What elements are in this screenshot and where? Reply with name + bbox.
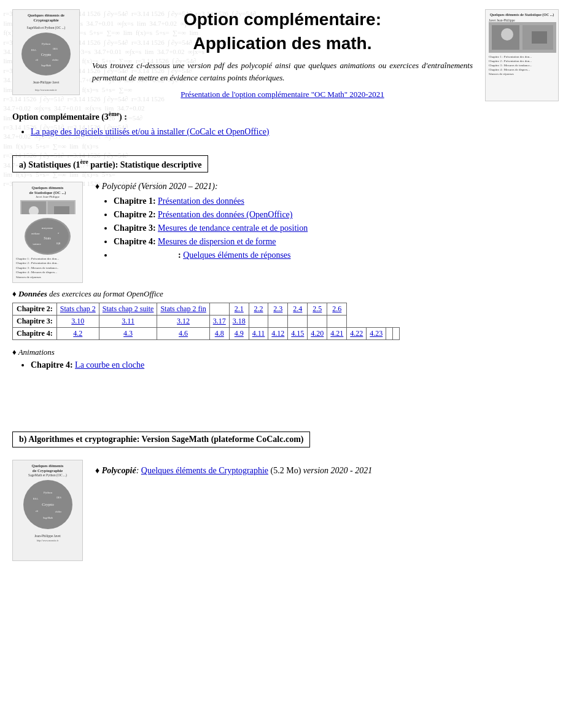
link-317[interactable]: 3.17 [213, 317, 226, 325]
crypto-polycopie-link[interactable]: Quelques éléments de Cryptographie [141, 466, 268, 475]
option-link-list: La page des logiciels utilisés et/ou à i… [12, 127, 559, 137]
link-49[interactable]: 4.9 [235, 329, 244, 338]
section-b-title: b) Algorithmes et cryptographie: Version… [12, 432, 310, 447]
svg-text:clé: clé [36, 58, 39, 61]
chap2-25[interactable]: 2.5 [308, 303, 327, 316]
chap2-26[interactable]: 2.6 [327, 303, 347, 316]
svg-rect-17 [54, 206, 69, 214]
link-22[interactable]: 2.2 [254, 304, 263, 313]
chap4-46[interactable]: 4.6 [157, 328, 209, 340]
chap4-412[interactable]: 4.12 [268, 328, 288, 340]
chap4-420[interactable]: 4.20 [308, 328, 327, 340]
chapter-1-link[interactable]: Présentation des données [158, 196, 244, 206]
stats-content: ♦ Polycopié (Version 2020 – 2021): Chapi… [95, 182, 559, 264]
chap4-48[interactable]: 4.8 [209, 328, 229, 340]
header-section: Quelques éléments de Cryptographie SageM… [12, 9, 559, 101]
link-46[interactable]: 4.6 [179, 329, 188, 338]
chap4-43[interactable]: 4.3 [99, 328, 157, 340]
chapter-reponses-link[interactable]: Quelques éléments de réponses [183, 250, 290, 260]
svg-text:DES: DES [53, 47, 58, 50]
chap3-312[interactable]: 3.12 [157, 316, 209, 328]
link-25[interactable]: 2.5 [313, 304, 322, 313]
chap2-cell-2[interactable]: Stats chap 2 suite [99, 303, 157, 316]
chap2-cell-1[interactable]: Stats chap 2 [56, 303, 99, 316]
link-311[interactable]: 3.11 [122, 317, 134, 325]
stats-chap2-suite-link[interactable]: Stats chap 2 suite [103, 304, 154, 313]
link-415[interactable]: 4.15 [291, 329, 304, 338]
svg-text:Python: Python [43, 491, 52, 494]
crypto-polycopie-line: ♦ Polycopié: Quelques éléments de Crypto… [95, 466, 559, 476]
table-row-chap2: Chapitre 2: Stats chap 2 Stats chap 2 su… [13, 303, 400, 316]
section-a: a) Statistiques (1ère partie): Statistiq… [12, 146, 559, 371]
link-43[interactable]: 4.3 [123, 329, 133, 338]
link-310[interactable]: 3.10 [71, 317, 84, 325]
stats-book-photo [20, 200, 76, 214]
link-420[interactable]: 4.20 [311, 329, 324, 338]
chapter-3-link[interactable]: Mesures de tendance centrale et de posit… [158, 223, 308, 233]
left-book-title: Quelques éléments de Cryptographie [16, 13, 76, 23]
stats-chap2-link[interactable]: Stats chap 2 [60, 304, 96, 313]
link-423[interactable]: 4.23 [370, 329, 383, 338]
chap3-318[interactable]: 3.18 [229, 316, 249, 328]
link-24[interactable]: 2.4 [293, 304, 302, 313]
option-title: Option complémentaire (3ème) : [12, 110, 559, 122]
chap4-422[interactable]: 4.22 [347, 328, 367, 340]
link-21[interactable]: 2.1 [235, 304, 244, 313]
crypto-book-subtitle: SageMath et Python (OC ...) [28, 473, 67, 477]
svg-text:Stats: Stats [44, 236, 51, 240]
polycopie-word: Polycopié [102, 182, 136, 191]
animations-section: ♦ Animations Chapitre 4: La courbe en cl… [12, 347, 559, 370]
chap2-21[interactable]: 2.1 [229, 303, 249, 316]
chap2-24[interactable]: 2.4 [288, 303, 308, 316]
link-26[interactable]: 2.6 [332, 304, 341, 313]
left-book-wordcloud: Python RSA DES Crypto clé chiffre SageMa… [21, 33, 71, 76]
link-422[interactable]: 4.22 [350, 329, 363, 338]
polycopie-label: ♦ Polycopié (Version 2020 – 2021): [95, 182, 559, 192]
main-title-line2: Application des math. [92, 33, 473, 54]
chap4-411[interactable]: 4.11 [249, 328, 268, 340]
chap4-42[interactable]: 4.2 [56, 328, 99, 340]
link-23[interactable]: 2.3 [273, 304, 282, 313]
animation-item: Chapitre 4: La courbe en cloche [31, 360, 559, 370]
chapter-1-label: Chapitre 1: [114, 196, 156, 206]
chap2-cell-3[interactable]: Stats chap 2 fin [157, 303, 209, 316]
link-412[interactable]: 4.12 [271, 329, 284, 338]
stats-chap2-fin-link[interactable]: Stats chap 2 fin [160, 304, 206, 313]
stats-book-toc: Chapitre 1 : Présentation des don... Cha… [16, 257, 79, 280]
stats-book-title: Quelques élémentsde Statistique (OC ...) [29, 185, 66, 195]
chap3-317[interactable]: 3.17 [209, 316, 229, 328]
chap2-22[interactable]: 2.2 [249, 303, 268, 316]
svg-text:moyenne: moyenne [42, 227, 53, 230]
chap4-49[interactable]: 4.9 [229, 328, 249, 340]
chap4-421[interactable]: 4.21 [327, 328, 347, 340]
presentation-link[interactable]: Présentation de l'option complémentaire … [181, 90, 384, 99]
chap3-311[interactable]: 3.11 [99, 316, 157, 328]
chap4-label: Chapitre 4: [13, 328, 57, 340]
animations-list: Chapitre 4: La courbe en cloche [12, 360, 559, 370]
chap4-415[interactable]: 4.15 [288, 328, 308, 340]
chap2-label: Chapitre 2: [13, 303, 57, 316]
svg-text:SageMath: SageMath [42, 516, 52, 519]
svg-rect-12 [532, 31, 547, 44]
left-book-author: Jean-Philippe Javet [33, 80, 60, 84]
animation-link[interactable]: La courbe en cloche [75, 360, 144, 370]
spacer-1 [12, 373, 559, 398]
chap2-23[interactable]: 2.3 [268, 303, 288, 316]
chapter-4-link[interactable]: Mesures de dispersion et de forme [158, 237, 276, 246]
svg-text:clé: clé [35, 509, 38, 513]
chapter-2-link[interactable]: Présentation des données (OpenOffice) [158, 210, 292, 219]
chap4-423[interactable]: 4.23 [367, 328, 386, 340]
presentation-link-container[interactable]: Présentation de l'option complémentaire … [92, 90, 473, 99]
link-42[interactable]: 4.2 [73, 329, 82, 338]
link-48[interactable]: 4.8 [215, 329, 224, 338]
chap3-empty2 [268, 316, 288, 328]
link-318[interactable]: 3.18 [233, 317, 246, 325]
logiciels-link[interactable]: La page des logiciels utilisés et/ou à i… [31, 127, 270, 136]
chap3-310[interactable]: 3.10 [56, 316, 99, 328]
intro-text: Vous trouvez ci-dessous une version pdf … [92, 60, 473, 83]
link-411[interactable]: 4.11 [252, 329, 265, 338]
link-312[interactable]: 3.12 [177, 317, 190, 325]
link-421[interactable]: 4.21 [330, 329, 343, 338]
table-row-chap3: Chapitre 3: 3.10 3.11 3.12 3.17 3.18 [13, 316, 400, 328]
svg-text:DES: DES [56, 496, 61, 499]
